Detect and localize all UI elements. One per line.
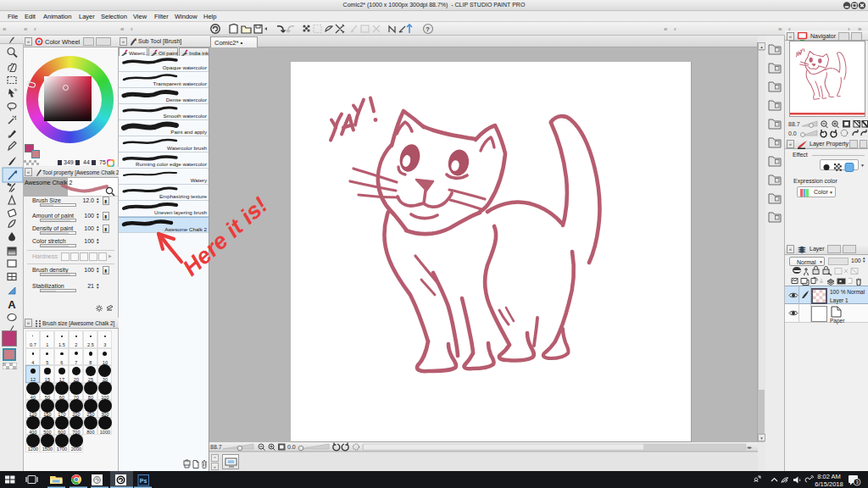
svg-text:?: ? <box>426 25 430 33</box>
svg-text:0.0: 0.0 <box>788 130 797 136</box>
svg-text:‹: ‹ <box>674 25 676 33</box>
svg-text:88.7: 88.7 <box>788 121 800 127</box>
svg-text:88.7: 88.7 <box>210 444 222 450</box>
svg-text:‹: ‹ <box>34 25 36 33</box>
svg-text:«: « <box>24 25 28 33</box>
svg-text:Ps: Ps <box>140 478 147 484</box>
svg-text:«: « <box>3 25 7 33</box>
svg-text:»: » <box>778 25 782 33</box>
svg-text:«: « <box>664 25 668 33</box>
svg-text:«: « <box>120 25 125 33</box>
svg-text:‹: ‹ <box>131 25 133 33</box>
svg-text:◂▸: ◂▸ <box>747 445 752 450</box>
svg-text:6/15/2018: 6/15/2018 <box>815 480 843 488</box>
svg-text:A: A <box>8 298 16 311</box>
svg-text:0.0: 0.0 <box>287 444 296 450</box>
